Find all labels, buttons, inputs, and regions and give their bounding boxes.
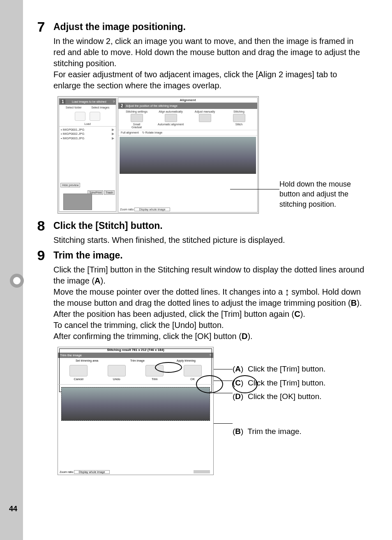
step-body: Trim the image. Click the [Trim] button …: [53, 248, 366, 342]
help-icon[interactable]: ?: [113, 100, 115, 103]
settings-icon[interactable]: [131, 114, 143, 122]
step-text: Click the [Trim] button in the Stitching…: [53, 264, 366, 286]
select-images-label: Select images: [91, 106, 109, 109]
page-left-strip: [0, 0, 23, 540]
step-heading: Click the [Stitch] button.: [53, 220, 366, 231]
step-text: After confirming the trimming, click the…: [53, 331, 366, 342]
stitching-col: Stitching Stitch: [225, 110, 253, 129]
trim-buttons-row: Cancel Undo Trim OK: [58, 363, 213, 385]
updown-arrow-icon: ↕: [285, 285, 289, 299]
rotate-tab[interactable]: ↻ Rotate image: [142, 131, 163, 134]
step-text: To cancel the trimming, click the [Undo]…: [53, 320, 366, 331]
folder-icon[interactable]: [75, 112, 85, 121]
preview-thumbnail: [63, 194, 92, 210]
step-text: For easier adjustment of two adjacent im…: [53, 69, 366, 91]
stitch-icon[interactable]: [233, 114, 245, 122]
screenshot-stitching-result: Stitching result 781 x 212 (746 x 184) T…: [58, 347, 214, 475]
caption-drag-instruction: Hold down the mouse button and adjust th…: [279, 179, 370, 209]
adjust-manual-col: Adjust manually: [191, 110, 219, 129]
undo-button[interactable]: Undo: [108, 365, 126, 381]
align-auto-col: Align automatically Automatic alignment: [157, 110, 185, 129]
load-panel-header: 1 Load images to be stitched ?: [59, 99, 116, 105]
step-text: After the position has been adjusted, cl…: [53, 309, 366, 320]
step-number: 8: [29, 219, 53, 246]
step-number: 9: [29, 248, 53, 342]
step-body: Click the [Stitch] button. Stitching sta…: [53, 219, 366, 246]
panorama-preview[interactable]: [120, 137, 256, 174]
load-panel: 1 Load images to be stitched ? Select fo…: [59, 98, 116, 212]
full-alignment-tab[interactable]: Full alignment: [121, 131, 139, 134]
page-number: 44: [9, 505, 17, 513]
step-text: In the window 2, click an image you want…: [53, 36, 366, 69]
zoom-control: Zoom ratio Display whole image: [120, 208, 170, 211]
list-item[interactable]: • IMGP0002.JPG▶: [61, 132, 114, 136]
callout-oval-A: [155, 362, 182, 373]
cancel-button[interactable]: Cancel: [69, 365, 88, 381]
screenshot-alignment-window: 1 Load images to be stitched ? Select fo…: [58, 96, 259, 214]
select-folder-label: Select folder: [66, 106, 82, 109]
callout-C: (C) Click the [Trim] button.: [233, 377, 368, 389]
auto-align-icon[interactable]: [165, 114, 177, 122]
step-text: Move the mouse pointer over the dotted l…: [53, 286, 366, 309]
leader-line-B: [214, 423, 233, 424]
alignment-panel: Alignment 2 Adjust the position of the s…: [118, 97, 258, 212]
leader-line-D: [214, 393, 233, 393]
hand-icon[interactable]: [90, 112, 100, 121]
scrollbar[interactable]: [194, 470, 210, 473]
leader-line-A: [214, 369, 233, 369]
alignment-title: Alignment: [118, 98, 257, 103]
callout-oval-C: [196, 375, 223, 393]
callout-B: (B) Trim the image.: [233, 426, 368, 438]
hide-preview-button[interactable]: Hide preview: [60, 183, 80, 187]
panel2-title: Adjust the position of the stitching ima…: [126, 104, 178, 107]
step-8: 8 Click the [Stitch] button. Stitching s…: [29, 219, 378, 246]
panel2-number: 2: [120, 104, 125, 108]
zoom-control: Zoom ratio Display whole image: [60, 470, 110, 474]
load-label: Load: [59, 122, 116, 127]
page-indicator-dot: [10, 274, 24, 288]
step-body: Adjust the image positioning. In the win…: [53, 20, 366, 91]
trash-button[interactable]: Trash: [104, 190, 115, 195]
step-text: Stitching starts. When finished, the sti…: [53, 235, 366, 246]
step-heading: Trim the image.: [53, 250, 366, 261]
zoom-select[interactable]: Display whole image: [134, 208, 170, 211]
manual-icon[interactable]: [199, 114, 211, 122]
panel1-title: Load images to be stitched: [72, 100, 106, 103]
alignment-columns: Stitching settings SmallGradual Align au…: [118, 109, 257, 130]
result-panorama[interactable]: [61, 387, 210, 421]
stitching-settings-col: Stitching settings SmallGradual: [122, 110, 151, 129]
leader-line-C: [214, 381, 233, 381]
panel1-number: 1: [60, 99, 65, 104]
callout-A: (A) Click the [Trim] button.: [233, 363, 368, 375]
file-list: • IMGP0001.JPG▶ • IMGP0002.JPG▶ • IMGP00…: [59, 127, 116, 142]
alignment-subbar: Full alignment ↻ Rotate image: [118, 130, 257, 136]
alignment-header: 2 Adjust the position of the stitching i…: [118, 103, 257, 109]
leader-line: [230, 189, 279, 189]
list-item[interactable]: • IMGP0001.JPG▶: [61, 128, 114, 132]
step-7: 7 Adjust the image positioning. In the w…: [29, 20, 378, 91]
list-item[interactable]: • IMGP0003.JPG▶: [61, 136, 114, 141]
step-9: 9 Trim the image. Click the [Trim] butto…: [29, 248, 378, 342]
step-number: 7: [29, 20, 53, 91]
step-heading: Adjust the image positioning.: [53, 21, 366, 32]
zoom-select[interactable]: Display whole image: [74, 470, 109, 474]
callout-annotations: (A) Click the [Trim] button. (C) Click t…: [233, 363, 368, 439]
callout-D: (D) Click the [OK] button.: [233, 391, 368, 403]
